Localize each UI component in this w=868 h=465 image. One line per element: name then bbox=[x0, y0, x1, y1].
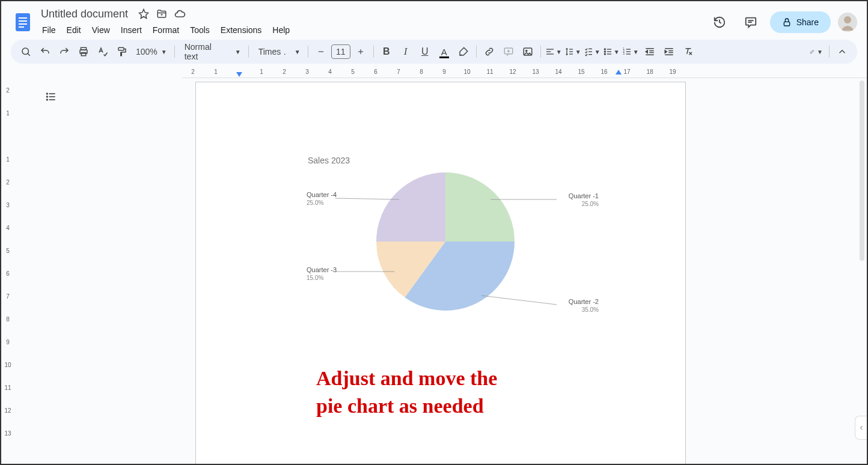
svg-rect-3 bbox=[19, 23, 27, 25]
menu-edit[interactable]: Edit bbox=[62, 23, 86, 37]
svg-point-60 bbox=[47, 99, 48, 100]
increase-font-icon[interactable] bbox=[352, 43, 370, 61]
menu-help[interactable]: Help bbox=[267, 23, 295, 37]
separator bbox=[248, 46, 249, 58]
cloud-status-icon[interactable] bbox=[174, 8, 186, 20]
checklist-icon[interactable]: ▼ bbox=[583, 43, 601, 61]
svg-rect-7 bbox=[784, 22, 789, 26]
handwritten-annotation: Adjust and move the pie chart as needed bbox=[316, 365, 497, 420]
font-select[interactable]: Times …▼ bbox=[252, 47, 304, 56]
separator bbox=[540, 46, 541, 58]
svg-rect-2 bbox=[19, 20, 27, 22]
svg-point-23 bbox=[525, 50, 527, 51]
bold-icon[interactable]: B bbox=[377, 43, 396, 61]
star-icon[interactable] bbox=[138, 8, 150, 20]
separator bbox=[174, 46, 175, 58]
zoom-select[interactable]: 100%▼ bbox=[132, 47, 171, 56]
separator bbox=[476, 46, 477, 58]
svg-point-58 bbox=[47, 93, 48, 94]
print-icon[interactable] bbox=[75, 43, 93, 61]
move-icon[interactable] bbox=[156, 8, 168, 20]
underline-icon[interactable]: U bbox=[416, 43, 434, 61]
caret-down-icon: ▼ bbox=[295, 49, 301, 55]
svg-rect-0 bbox=[16, 13, 30, 31]
increase-indent-icon[interactable] bbox=[660, 43, 678, 61]
docs-logo[interactable] bbox=[11, 10, 35, 34]
menu-format[interactable]: Format bbox=[148, 23, 184, 37]
svg-point-33 bbox=[604, 49, 605, 50]
slice-label-q3: Quarter -3 15.0% bbox=[307, 266, 337, 282]
history-icon[interactable] bbox=[708, 10, 732, 34]
align-icon[interactable]: ▼ bbox=[545, 43, 563, 61]
caret-down-icon: ▼ bbox=[817, 49, 823, 55]
document-outline-icon[interactable] bbox=[42, 88, 60, 106]
redo-icon[interactable] bbox=[55, 43, 73, 61]
svg-rect-15 bbox=[118, 47, 124, 50]
spellcheck-icon[interactable] bbox=[94, 43, 112, 61]
menu-extensions[interactable]: Extensions bbox=[216, 23, 266, 37]
undo-icon[interactable] bbox=[36, 43, 54, 61]
highlight-color-icon[interactable] bbox=[454, 43, 472, 61]
menu-file[interactable]: File bbox=[37, 23, 61, 37]
svg-point-10 bbox=[22, 48, 29, 55]
add-comment-icon[interactable] bbox=[500, 43, 518, 61]
clear-formatting-icon[interactable] bbox=[679, 43, 697, 61]
bulleted-list-icon[interactable]: ▼ bbox=[602, 43, 620, 61]
chart-title: Sales 2023 bbox=[308, 156, 605, 165]
collapse-toolbar-icon[interactable] bbox=[833, 43, 851, 61]
slice-label-q2: Quarter -2 35.0% bbox=[569, 297, 599, 314]
toolbar: 100%▼ Normal text▼ Times …▼ 11 B I U A ▼… bbox=[11, 40, 857, 64]
share-label: Share bbox=[796, 17, 819, 27]
lock-icon bbox=[782, 17, 792, 27]
svg-point-59 bbox=[47, 96, 48, 97]
caret-down-icon: ▼ bbox=[575, 49, 581, 55]
pie-chart[interactable]: Sales 2023 bbox=[268, 156, 605, 329]
svg-point-34 bbox=[604, 51, 605, 52]
menu-view[interactable]: View bbox=[87, 23, 115, 37]
slice-label-q4: Quarter -4 25.0% bbox=[307, 190, 337, 207]
paint-format-icon[interactable] bbox=[113, 43, 131, 61]
italic-icon[interactable]: I bbox=[397, 43, 415, 61]
menu-bar: File Edit View Insert Format Tools Exten… bbox=[37, 22, 708, 38]
font-size-input[interactable]: 11 bbox=[331, 44, 350, 59]
scrollbar[interactable] bbox=[860, 81, 864, 261]
numbered-list-icon[interactable]: 123▼ bbox=[622, 43, 640, 61]
text-color-icon[interactable]: A bbox=[435, 43, 453, 61]
separator bbox=[829, 46, 830, 58]
search-menus-icon[interactable] bbox=[17, 43, 35, 61]
menu-tools[interactable]: Tools bbox=[185, 23, 215, 37]
separator bbox=[308, 46, 308, 58]
vertical-ruler[interactable]: 2112345678910111213 bbox=[1, 78, 14, 464]
separator bbox=[373, 46, 374, 58]
pie-svg bbox=[376, 172, 515, 311]
account-avatar[interactable] bbox=[838, 13, 857, 32]
svg-point-9 bbox=[844, 16, 851, 23]
document-title[interactable]: Untitled document bbox=[37, 7, 132, 22]
editing-mode-icon[interactable]: ▼ bbox=[807, 43, 825, 61]
svg-rect-4 bbox=[19, 26, 24, 28]
side-panel-toggle[interactable] bbox=[855, 416, 867, 440]
paragraph-style-select[interactable]: Normal text▼ bbox=[179, 42, 245, 61]
svg-text:3: 3 bbox=[623, 52, 625, 55]
menu-insert[interactable]: Insert bbox=[116, 23, 147, 37]
comments-icon[interactable] bbox=[739, 10, 763, 34]
slice-label-q1: Quarter -1 25.0% bbox=[569, 192, 599, 208]
insert-link-icon[interactable] bbox=[480, 43, 498, 61]
svg-rect-1 bbox=[19, 17, 27, 19]
caret-down-icon: ▼ bbox=[161, 49, 167, 55]
share-button[interactable]: Share bbox=[770, 11, 831, 33]
caret-down-icon: ▼ bbox=[633, 49, 639, 55]
caret-down-icon: ▼ bbox=[556, 49, 562, 55]
caret-down-icon: ▼ bbox=[594, 49, 601, 55]
caret-down-icon: ▼ bbox=[614, 49, 620, 55]
line-spacing-icon[interactable]: ▼ bbox=[564, 43, 582, 61]
svg-line-11 bbox=[28, 53, 30, 56]
document-page[interactable]: Sales 2023 bbox=[195, 82, 686, 464]
decrease-indent-icon[interactable] bbox=[641, 43, 659, 61]
svg-point-35 bbox=[604, 53, 605, 55]
horizontal-ruler[interactable]: 2112345678910111213141516171819 bbox=[182, 68, 867, 78]
insert-image-icon[interactable] bbox=[519, 43, 537, 61]
caret-down-icon: ▼ bbox=[235, 49, 241, 55]
decrease-font-icon[interactable] bbox=[312, 43, 330, 61]
